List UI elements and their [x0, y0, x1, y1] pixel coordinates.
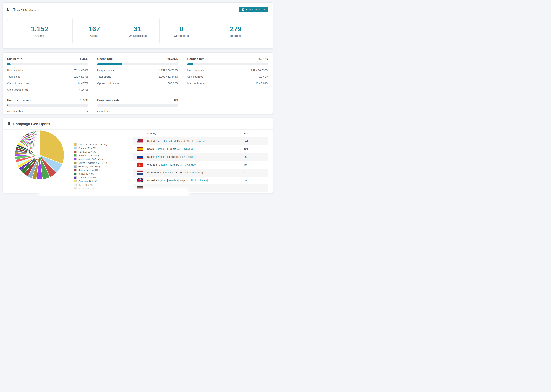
rate-detail-label: Opens to clicks rate	[97, 82, 121, 85]
legend-item: Vietnam ( 79 / 5% )	[74, 154, 107, 158]
geo-table-body: United States [Details ›] [Export: All ›…	[134, 137, 268, 192]
dotted-leader	[25, 70, 71, 70]
export-all-link[interactable]: All ›	[178, 155, 183, 158]
rate-detail-row: Hard bounces 242 / 86.738%	[187, 69, 268, 72]
export-unique-link[interactable]: Unique ›	[185, 155, 196, 158]
link-separator: /	[182, 147, 184, 150]
legend-label: France ( 42 / 2% )	[78, 176, 98, 179]
legend-label: Canada ( 40 / 2% )	[78, 180, 99, 182]
export-unique-link[interactable]: Unique ›	[184, 147, 194, 150]
rate-detail-label: Total opens	[97, 75, 111, 78]
stat-box: 167 Clicks	[72, 20, 116, 43]
export-unique-link[interactable]: Unique ›	[187, 163, 198, 166]
export-all-link[interactable]: All ›	[186, 140, 191, 142]
legend-item: United States ( 541 / 31% )	[74, 143, 107, 147]
geo-total-cell: 59	[244, 179, 268, 182]
rate-detail-value: 4.147%	[79, 88, 88, 91]
campaign-geo-opens-card: Campaign Geo Opens United States ( 541 /…	[3, 118, 273, 193]
rate-progress-bar	[97, 63, 178, 65]
legend-label: Romania ( 49 / 3% )	[78, 169, 99, 172]
bottom-fade-overlay	[40, 189, 188, 196]
stat-label: Complaints	[174, 34, 189, 38]
dotted-leader	[30, 90, 77, 90]
rate-detail-row: Unique opens 1,152 / 30.736%	[97, 69, 178, 72]
legend-color-swatch	[74, 180, 77, 182]
stat-label: Clicks	[90, 34, 98, 38]
details-link[interactable]: Details ›	[157, 155, 167, 158]
rate-value: 0.77%	[80, 98, 88, 102]
geo-table-row: United States [Details ›] [Export: All ›…	[134, 137, 268, 145]
export-unique-link[interactable]: Unique ›	[197, 179, 207, 182]
geo-total-cell: 67	[244, 171, 268, 174]
export-all-link[interactable]: All ›	[180, 163, 185, 166]
export-prefix: ] [Export:	[173, 171, 185, 174]
stats-summary-row: 1,152 Opens 167 Clicks 31 Unsubscribes 0…	[7, 19, 268, 43]
legend-label: Vietnam ( 79 / 5% )	[78, 154, 99, 157]
legend-color-swatch	[74, 158, 77, 161]
legend-item: Spain ( 121 / 7% )	[74, 147, 107, 150]
rate-title: Unsubscribe rate	[7, 98, 31, 102]
rate-detail-row: Soft bounces 18 / 0%	[187, 75, 268, 78]
stat-value: 279	[230, 25, 242, 33]
rate-detail-label: Unique clicks	[7, 69, 23, 72]
rate-detail-value: 167 / 4.456%	[72, 69, 88, 72]
dotted-leader	[113, 77, 157, 77]
export-all-link[interactable]: All ›	[190, 179, 194, 182]
details-link[interactable]: Details ›	[158, 163, 169, 166]
legend-item: Canada ( 40 / 2% )	[74, 179, 107, 183]
flag-nl-icon	[137, 170, 143, 175]
export-unique-link[interactable]: Unique ›	[192, 171, 202, 174]
legend-label: Russia ( 86 / 5% )	[78, 151, 97, 153]
legend-color-swatch	[74, 162, 77, 164]
rate-detail-label: Hard bounces	[187, 69, 204, 72]
stat-value: 167	[88, 25, 100, 33]
geo-table-row: United Kingdom [Details ›] [Export: All …	[134, 176, 268, 184]
dotted-leader	[206, 70, 249, 70]
details-link[interactable]: Details ›	[165, 140, 175, 142]
stat-box: 0 Complaints	[160, 20, 203, 43]
rate-detail-value: 14.497%	[78, 82, 88, 85]
export-prefix: ] [Export:	[167, 155, 178, 158]
rate-progress-fill	[97, 63, 122, 65]
geo-country-cell: Netherlands [Details ›] [Export: All › /…	[147, 171, 244, 174]
rates-card: Clicks rate 4.46% Unique clicks 167 / 4.…	[3, 52, 273, 114]
legend-label: Netherlands ( 67 / 4% )	[78, 158, 103, 161]
legend-item: Russia ( 86 / 5% )	[74, 150, 107, 154]
geo-total-cell: 541	[244, 140, 268, 143]
column-header-country: Country	[147, 132, 244, 135]
stat-value: 0	[179, 25, 183, 33]
link-separator: /	[183, 155, 186, 158]
stat-label: Unsubscribes	[129, 34, 147, 38]
export-prefix: ] [Export:	[169, 163, 180, 166]
dotted-leader	[116, 70, 157, 70]
bracket-close: ]	[207, 179, 208, 182]
legend-item: France ( 42 / 2% )	[74, 176, 107, 180]
rate-progress-bar	[7, 104, 88, 106]
legend-label: Spain ( 121 / 7% )	[78, 147, 98, 149]
rates-grid: Clicks rate 4.46% Unique clicks 167 / 4.…	[3, 53, 273, 118]
export-all-link[interactable]: All ›	[185, 171, 190, 174]
details-link[interactable]: Details ›	[168, 179, 178, 182]
geo-country-cell: United States [Details ›] [Export: All ›…	[147, 140, 244, 143]
bracket-close: ]	[198, 163, 198, 166]
export-unique-link[interactable]: Unique ›	[194, 140, 204, 142]
export-all-link[interactable]: All ›	[177, 147, 182, 150]
link-separator: /	[185, 163, 187, 166]
rate-detail-label: Click through rate	[7, 88, 28, 91]
legend-color-swatch	[74, 176, 77, 179]
rate-value: 4.46%	[80, 57, 88, 61]
details-link[interactable]: Details ›	[163, 171, 173, 174]
dotted-leader	[209, 83, 254, 84]
link-separator: /	[190, 171, 192, 174]
rate-value: 0%	[174, 98, 178, 102]
export-prefix: ] [Export:	[175, 140, 186, 142]
export-basic-stats-button[interactable]: Export basic stats	[239, 7, 268, 12]
geo-total-cell: 121	[244, 147, 268, 151]
geo-country-cell: United Kingdom [Details ›] [Export: All …	[147, 179, 244, 182]
rate-title: Opens rate	[97, 57, 113, 61]
legend-color-swatch	[74, 151, 77, 153]
rate-detail-label: Soft bounces	[187, 75, 203, 78]
details-link[interactable]: Details ›	[155, 147, 166, 150]
geo-table-row: Russia [Details ›] [Export: All › / Uniq…	[134, 153, 268, 161]
export-prefix: ] [Export:	[178, 179, 190, 182]
